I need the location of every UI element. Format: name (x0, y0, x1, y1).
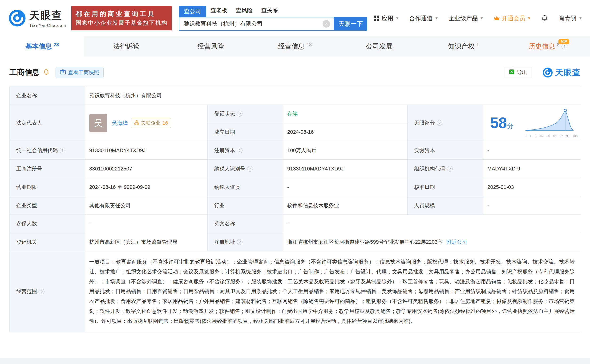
export-button[interactable]: 导出 (504, 67, 532, 78)
nav-vip[interactable]: 开通会员 (494, 14, 530, 22)
staff-size-value: - (483, 196, 581, 215)
address-text: 浙江省杭州市滨江区长河街道建业路599号华业发展中心22层2203室 (287, 239, 443, 246)
nav-partner-label: 合作通道 (409, 14, 433, 22)
company-type-label: 企业类型 (10, 196, 85, 215)
score-help-icon[interactable] (437, 120, 442, 126)
nav-partner[interactable]: 合作通道 (409, 14, 438, 22)
tab-ip-count: 1 (476, 42, 479, 47)
score-label: 天眼评分 (408, 105, 483, 141)
page-bottom-strip (0, 358, 590, 364)
notification-bell[interactable] (541, 15, 548, 22)
taxpayer-id-help-icon[interactable] (247, 166, 253, 172)
promo-banner-line1: 都在用的商业查询工具 (76, 9, 167, 19)
business-info-header: 工商信息 查看工商快照 导出 天眼查 (0, 57, 590, 78)
company-name-value: 雅识教育科技（杭州）有限公司 (85, 86, 581, 105)
tab-legal-label: 法律诉讼 (113, 42, 140, 51)
legal-rep-value: 吴 吴海峰 关联企业 16 (85, 105, 208, 141)
watermark-text: 天眼查 (555, 67, 581, 78)
tab-ip-label: 知识产权 (448, 42, 474, 51)
score-distribution-chart: 0131550859799100 (525, 108, 577, 138)
top-header: 天眼查 TianYanCha.com 都在用的商业查询工具 国家中小企业发展子基… (0, 0, 590, 36)
reg-number-label: 工商注册号 (10, 160, 85, 178)
company-name-label: 企业名称 (10, 86, 85, 105)
tab-operation[interactable]: 经营信息 18 (253, 36, 337, 57)
score-unit: 分 (507, 122, 513, 130)
legal-rep-name-link[interactable]: 吴海峰 (112, 119, 128, 127)
reg-capital-value: 100万人民币 (283, 141, 408, 160)
status-help-icon[interactable] (237, 111, 242, 117)
search-tabs: 查公司 查老板 查风险 查关系 (179, 6, 367, 17)
score-value-cell[interactable]: 58分 0131550859799100 (483, 105, 581, 141)
snapshot-button-label: 查看工商快照 (68, 69, 99, 76)
search-button[interactable]: 天眼一下 (334, 17, 367, 31)
tab-development[interactable]: 公司发展 (337, 36, 421, 57)
tab-risk[interactable]: 经营风险 (169, 36, 253, 57)
score-chart-axis: 0131550859799100 (525, 134, 577, 138)
taxpayer-id-label: 纳税人识别号 (208, 160, 283, 178)
scope-help-icon[interactable] (39, 289, 45, 294)
insured-label: 参保人数 (10, 215, 85, 233)
status-label: 登记状态 (208, 105, 283, 123)
user-name: 肖青羽 (559, 14, 577, 22)
company-detail-tabs: 基本信息 23 法律诉讼 经营风险 经营信息 18 公司发展 知识产权 1 VI… (0, 36, 590, 57)
scope-value: 一般项目：教育咨询服务（不含涉许可审批的教育培训活动）；企业管理咨询；信息咨询服… (85, 251, 581, 332)
vip-badge: VIP (558, 39, 569, 44)
tab-legal[interactable]: 法律诉讼 (84, 36, 169, 57)
approval-date-label: 核准日期 (408, 178, 483, 196)
tab-history-count: 8 (557, 42, 559, 47)
nav-vip-label: 开通会员 (502, 14, 525, 22)
apps-grid-icon (374, 15, 380, 21)
related-companies-label: 关联企业 (141, 120, 161, 126)
established-label: 成立日期 (208, 123, 283, 141)
tianyancha-watermark: 天眼查 (542, 67, 581, 78)
watermark-logo-icon (542, 67, 553, 78)
insured-value: - (85, 215, 208, 233)
history-help-icon[interactable] (562, 44, 567, 49)
staff-size-label: 人员规模 (408, 196, 483, 215)
term-label: 营业期限 (10, 178, 85, 196)
promo-banner: 都在用的商业查询工具 国家中小企业发展子基金旗下机构 (71, 6, 172, 31)
credit-code-label: 统一社会信用代码 (10, 141, 85, 160)
address-label: 注册地址 (208, 233, 283, 251)
related-companies-badge[interactable]: 关联企业 16 (131, 118, 171, 128)
industry-value: 软件和信息技术服务业 (283, 196, 408, 215)
org-code-help-icon[interactable] (447, 166, 453, 172)
nav-enterprise[interactable]: 企业级产品 (448, 14, 483, 22)
search-tab-company[interactable]: 查公司 (179, 6, 206, 17)
reg-capital-label: 注册资本 (208, 141, 283, 160)
tab-basic-info[interactable]: 基本信息 23 (0, 36, 84, 57)
legal-rep-label: 法定代表人 (10, 105, 85, 141)
snapshot-button[interactable]: 查看工商快照 (56, 67, 104, 78)
address-help-icon[interactable] (237, 239, 242, 245)
excel-icon (509, 69, 514, 76)
promo-banner-line2: 国家中小企业发展子基金旗下机构 (76, 19, 167, 27)
industry-label: 行业 (208, 196, 283, 215)
tab-risk-label: 经营风险 (198, 42, 224, 51)
monitor-bell-icon[interactable] (43, 69, 49, 76)
search-tab-boss[interactable]: 查老板 (206, 6, 231, 17)
credit-code-help-icon[interactable] (59, 148, 65, 153)
nav-apps[interactable]: 应用 (374, 14, 398, 22)
search-input[interactable] (179, 17, 334, 31)
authority-value: 杭州市高新区（滨江）市场监督管理局 (85, 233, 208, 251)
logo-text-en: TianYanCha.com (29, 23, 66, 28)
authority-label: 登记机关 (10, 233, 85, 251)
nearby-companies-link[interactable]: 附近公司 (446, 239, 467, 246)
legal-rep-avatar[interactable]: 吴 (89, 114, 107, 132)
search-tab-risk[interactable]: 查风险 (231, 6, 257, 17)
tianyancha-logo[interactable]: 天眼查 TianYanCha.com (8, 8, 66, 28)
business-info-table: 企业名称 雅识教育科技（杭州）有限公司 法定代表人 吴 吴海峰 关联企业 16 … (9, 86, 581, 332)
tab-basic-info-count: 23 (54, 42, 59, 47)
reg-capital-help-icon[interactable] (237, 148, 242, 153)
tab-ip[interactable]: 知识产权 1 (421, 36, 506, 57)
search-tab-relation[interactable]: 查关系 (257, 6, 282, 17)
english-name-label: 英文名称 (208, 215, 283, 233)
term-value: 2024-08-16 至 9999-09-09 (85, 178, 208, 196)
user-menu[interactable]: 肖青羽 (559, 14, 582, 22)
taxpayer-id-value: 91330110MADY4TXD9J (283, 160, 408, 178)
paid-capital-value: - (483, 141, 581, 160)
tab-operation-count: 18 (306, 42, 312, 47)
nav-enterprise-label: 企业级产品 (448, 14, 478, 22)
tab-history[interactable]: VIP 历史信息 8 (506, 36, 590, 57)
bell-icon (541, 15, 548, 22)
